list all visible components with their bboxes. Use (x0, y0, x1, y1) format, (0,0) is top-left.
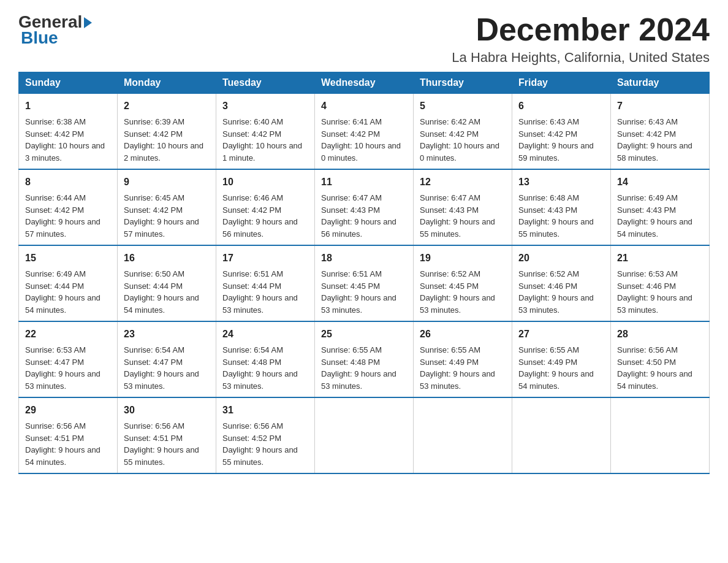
sunrise-label: Sunrise: 6:45 AM (124, 193, 184, 202)
month-title: December 2024 (452, 12, 710, 47)
daylight-label: Daylight: 9 hours and 53 minutes. (321, 293, 396, 315)
day-number: 26 (420, 327, 506, 342)
sunset-label: Sunset: 4:48 PM (321, 358, 380, 367)
daylight-label: Daylight: 9 hours and 53 minutes. (420, 369, 495, 391)
daylight-label: Daylight: 9 hours and 56 minutes. (222, 217, 298, 239)
daylight-label: Daylight: 9 hours and 54 minutes. (124, 293, 199, 315)
daylight-label: Daylight: 9 hours and 53 minutes. (617, 293, 692, 315)
sunrise-label: Sunrise: 6:56 AM (617, 345, 678, 354)
day-number: 7 (617, 99, 703, 113)
sunrise-label: Sunrise: 6:38 AM (25, 117, 86, 126)
sunset-label: Sunset: 4:43 PM (321, 205, 380, 215)
sunset-label: Sunset: 4:42 PM (321, 129, 380, 139)
calendar-cell: 2 Sunrise: 6:39 AM Sunset: 4:42 PM Dayli… (118, 94, 216, 170)
calendar-cell: 21 Sunrise: 6:53 AM Sunset: 4:46 PM Dayl… (611, 245, 710, 321)
sunrise-label: Sunrise: 6:49 AM (617, 193, 678, 202)
daylight-label: Daylight: 9 hours and 53 minutes. (321, 369, 396, 391)
day-number: 10 (222, 175, 308, 190)
day-number: 21 (617, 251, 703, 266)
day-number: 24 (222, 327, 308, 342)
day-number: 9 (124, 175, 210, 190)
weekday-header-sunday: Sunday (19, 72, 118, 94)
daylight-label: Daylight: 9 hours and 54 minutes. (617, 369, 692, 391)
calendar-cell: 29 Sunrise: 6:56 AM Sunset: 4:51 PM Dayl… (19, 397, 118, 473)
title-block: December 2024 La Habra Heights, Californ… (452, 12, 710, 66)
calendar-cell: 1 Sunrise: 6:38 AM Sunset: 4:42 PM Dayli… (19, 94, 118, 170)
weekday-header-monday: Monday (118, 72, 216, 94)
sunset-label: Sunset: 4:43 PM (518, 205, 577, 215)
daylight-label: Daylight: 9 hours and 53 minutes. (518, 293, 594, 315)
calendar-cell: 14 Sunrise: 6:49 AM Sunset: 4:43 PM Dayl… (611, 169, 710, 245)
sunrise-label: Sunrise: 6:53 AM (617, 269, 678, 278)
calendar-cell: 7 Sunrise: 6:43 AM Sunset: 4:42 PM Dayli… (611, 94, 710, 170)
daylight-label: Daylight: 9 hours and 56 minutes. (321, 217, 396, 239)
daylight-label: Daylight: 10 hours and 2 minutes. (124, 141, 203, 163)
calendar-cell: 9 Sunrise: 6:45 AM Sunset: 4:42 PM Dayli… (118, 169, 216, 245)
sunset-label: Sunset: 4:42 PM (124, 129, 183, 139)
sunset-label: Sunset: 4:47 PM (25, 358, 84, 367)
daylight-label: Daylight: 9 hours and 55 minutes. (420, 217, 495, 239)
day-number: 31 (222, 403, 308, 418)
daylight-label: Daylight: 10 hours and 1 minute. (222, 141, 302, 163)
day-number: 22 (25, 327, 111, 342)
daylight-label: Daylight: 9 hours and 53 minutes. (25, 369, 100, 391)
daylight-label: Daylight: 10 hours and 0 minutes. (420, 141, 499, 163)
calendar-cell: 23 Sunrise: 6:54 AM Sunset: 4:47 PM Dayl… (118, 321, 216, 397)
sunset-label: Sunset: 4:50 PM (617, 358, 676, 367)
daylight-label: Daylight: 9 hours and 55 minutes. (124, 445, 199, 467)
sunset-label: Sunset: 4:42 PM (124, 205, 183, 215)
day-number: 6 (518, 99, 604, 113)
sunrise-label: Sunrise: 6:55 AM (420, 345, 480, 354)
day-number: 5 (420, 99, 506, 113)
day-number: 11 (321, 175, 407, 190)
daylight-label: Daylight: 9 hours and 55 minutes. (518, 217, 594, 239)
day-number: 23 (124, 327, 210, 342)
sunrise-label: Sunrise: 6:49 AM (25, 269, 86, 278)
calendar-cell: 18 Sunrise: 6:51 AM Sunset: 4:45 PM Dayl… (315, 245, 414, 321)
calendar-cell: 20 Sunrise: 6:52 AM Sunset: 4:46 PM Dayl… (512, 245, 611, 321)
day-number: 25 (321, 327, 407, 342)
calendar-cell: 13 Sunrise: 6:48 AM Sunset: 4:43 PM Dayl… (512, 169, 611, 245)
day-number: 14 (617, 175, 703, 190)
calendar-cell: 16 Sunrise: 6:50 AM Sunset: 4:44 PM Dayl… (118, 245, 216, 321)
day-number: 18 (321, 251, 407, 266)
sunset-label: Sunset: 4:43 PM (617, 205, 676, 215)
sunrise-label: Sunrise: 6:51 AM (321, 269, 382, 278)
calendar-cell: 17 Sunrise: 6:51 AM Sunset: 4:44 PM Dayl… (216, 245, 315, 321)
weekday-header-tuesday: Tuesday (216, 72, 315, 94)
calendar-cell: 11 Sunrise: 6:47 AM Sunset: 4:43 PM Dayl… (315, 169, 414, 245)
sunset-label: Sunset: 4:44 PM (25, 282, 84, 291)
day-number: 16 (124, 251, 210, 266)
day-number: 2 (124, 99, 210, 113)
sunset-label: Sunset: 4:45 PM (420, 282, 479, 291)
daylight-label: Daylight: 9 hours and 53 minutes. (124, 369, 199, 391)
calendar-cell: 22 Sunrise: 6:53 AM Sunset: 4:47 PM Dayl… (19, 321, 118, 397)
logo-blue-text: Blue (18, 28, 58, 48)
day-number: 28 (617, 327, 703, 342)
day-number: 4 (321, 99, 407, 113)
day-number: 20 (518, 251, 604, 266)
sunrise-label: Sunrise: 6:42 AM (420, 117, 480, 126)
sunset-label: Sunset: 4:46 PM (617, 282, 676, 291)
sunrise-label: Sunrise: 6:47 AM (420, 193, 480, 202)
weekday-header-thursday: Thursday (414, 72, 512, 94)
sunrise-label: Sunrise: 6:43 AM (518, 117, 579, 126)
calendar-week-row: 1 Sunrise: 6:38 AM Sunset: 4:42 PM Dayli… (19, 94, 710, 170)
sunrise-label: Sunrise: 6:54 AM (222, 345, 283, 354)
day-number: 12 (420, 175, 506, 190)
day-number: 8 (25, 175, 111, 190)
sunset-label: Sunset: 4:43 PM (420, 205, 479, 215)
sunset-label: Sunset: 4:44 PM (124, 282, 183, 291)
sunset-label: Sunset: 4:47 PM (124, 358, 183, 367)
calendar-cell: 3 Sunrise: 6:40 AM Sunset: 4:42 PM Dayli… (216, 94, 315, 170)
calendar-cell: 30 Sunrise: 6:56 AM Sunset: 4:51 PM Dayl… (118, 397, 216, 473)
daylight-label: Daylight: 9 hours and 57 minutes. (25, 217, 100, 239)
weekday-header-wednesday: Wednesday (315, 72, 414, 94)
calendar-cell: 8 Sunrise: 6:44 AM Sunset: 4:42 PM Dayli… (19, 169, 118, 245)
daylight-label: Daylight: 9 hours and 53 minutes. (222, 293, 298, 315)
calendar-cell: 5 Sunrise: 6:42 AM Sunset: 4:42 PM Dayli… (414, 94, 512, 170)
weekday-header-friday: Friday (512, 72, 611, 94)
daylight-label: Daylight: 9 hours and 58 minutes. (617, 141, 692, 163)
calendar-cell: 4 Sunrise: 6:41 AM Sunset: 4:42 PM Dayli… (315, 94, 414, 170)
day-number: 30 (124, 403, 210, 418)
